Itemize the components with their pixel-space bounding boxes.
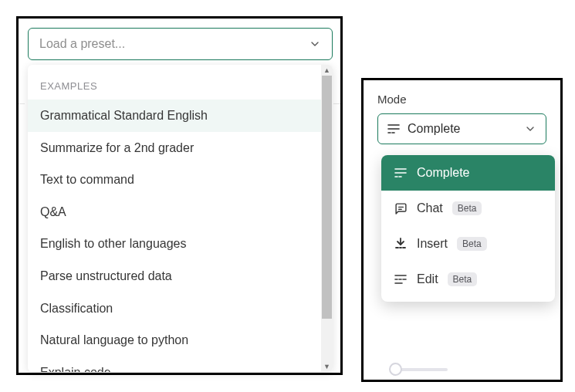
beta-badge: Beta	[452, 201, 482, 215]
scrollbar[interactable]: ▲ ▼	[321, 65, 333, 372]
preset-option[interactable]: Natural language to python	[28, 324, 321, 357]
mode-option-label: Chat	[417, 201, 443, 215]
beta-badge: Beta	[457, 237, 487, 251]
preset-panel: Load a preset... EXAMPLES Grammatical St…	[16, 16, 343, 375]
chevron-down-icon	[524, 123, 536, 135]
slider-knob[interactable]	[389, 363, 402, 376]
divider	[333, 103, 340, 104]
beta-badge: Beta	[448, 272, 478, 286]
preset-placeholder: Load a preset...	[39, 37, 309, 51]
mode-option-label: Complete	[417, 166, 469, 180]
mode-select-value: Complete	[408, 122, 516, 136]
preset-option[interactable]: Explain code	[28, 357, 321, 372]
scrollbar-thumb[interactable]	[322, 76, 332, 319]
chevron-down-icon	[309, 38, 321, 50]
scroll-up-icon[interactable]: ▲	[323, 65, 330, 76]
mode-option-edit[interactable]: EditBeta	[381, 262, 555, 297]
divider	[19, 103, 25, 104]
preset-select[interactable]: Load a preset...	[28, 28, 333, 60]
complete-icon	[394, 166, 408, 180]
mode-label: Mode	[377, 93, 546, 106]
mode-option-label: Edit	[417, 272, 438, 286]
chat-icon	[394, 201, 408, 215]
mode-panel: Mode Complete CompleteChatBetaInsertBeta…	[361, 78, 563, 382]
insert-icon	[394, 237, 408, 251]
mode-option-label: Insert	[417, 237, 448, 251]
preset-option[interactable]: Summarize for a 2nd grader	[28, 132, 321, 164]
preset-dropdown: EXAMPLES Grammatical Standard EnglishSum…	[28, 65, 333, 372]
mode-dropdown: CompleteChatBetaInsertBetaEditBeta	[381, 155, 555, 302]
preset-dropdown-list: EXAMPLES Grammatical Standard EnglishSum…	[28, 65, 321, 372]
preset-section-header: EXAMPLES	[28, 69, 321, 100]
preset-option[interactable]: Classification	[28, 292, 321, 325]
preset-option[interactable]: Q&A	[28, 196, 321, 228]
preset-option[interactable]: Text to command	[28, 164, 321, 196]
mode-option-insert[interactable]: InsertBeta	[381, 226, 555, 262]
preset-option[interactable]: English to other languages	[28, 228, 321, 260]
slider[interactable]	[390, 363, 448, 375]
mode-option-complete[interactable]: Complete	[381, 155, 555, 191]
scroll-down-icon[interactable]: ▼	[323, 361, 330, 372]
preset-option[interactable]: Parse unstructured data	[28, 260, 321, 292]
mode-option-chat[interactable]: ChatBeta	[381, 191, 555, 226]
preset-option[interactable]: Grammatical Standard English	[28, 100, 321, 132]
complete-icon	[387, 123, 400, 134]
mode-select[interactable]: Complete	[377, 113, 546, 144]
edit-icon	[394, 272, 408, 286]
